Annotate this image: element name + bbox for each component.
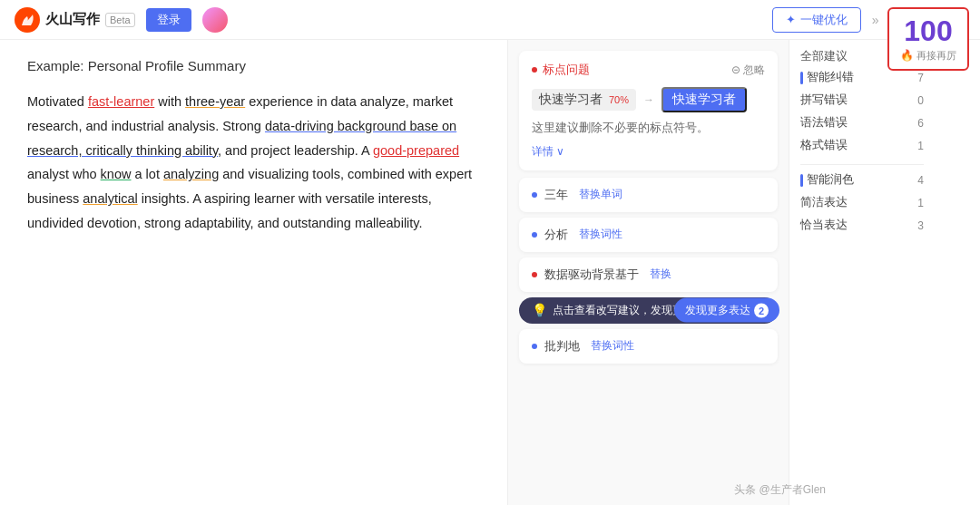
editor-area: Example: Personal Profile Summary Motiva… bbox=[0, 40, 508, 505]
right-item-simple[interactable]: 简洁表达 1 bbox=[800, 191, 924, 214]
proper-express-label: 恰当表达 bbox=[800, 218, 848, 233]
card-label-2: 三年 bbox=[544, 187, 568, 203]
ignore-label-1: 忽略 bbox=[743, 63, 765, 78]
format-error-count: 1 bbox=[917, 140, 924, 152]
optimize-label: 一键优化 bbox=[800, 12, 848, 28]
more-icon: » bbox=[872, 13, 879, 27]
grammar-error-count: 6 bbox=[917, 117, 924, 130]
suggestion-card-punctuation: 标点问题 ⊝ 忽略 快速学习者 70% → 快速学习者 这里建议删除不必要的标点… bbox=[519, 51, 778, 170]
card-action-4[interactable]: 替换 bbox=[650, 267, 671, 282]
card-action-5[interactable]: 替换词性 bbox=[591, 338, 634, 354]
word-fast-learner[interactable]: fast-learner bbox=[88, 94, 154, 109]
dot-red-2 bbox=[532, 272, 537, 277]
word-arrow-1: → bbox=[643, 93, 654, 106]
simple-express-count: 1 bbox=[917, 197, 924, 209]
card-header-1: 标点问题 ⊝ 忽略 bbox=[532, 62, 765, 78]
discover-more-button[interactable]: 发现更多表达 2 bbox=[674, 298, 779, 323]
proper-express-count: 3 bbox=[917, 219, 924, 232]
bulb-icon: 💡 bbox=[532, 303, 547, 317]
ignore-icon: ⊝ bbox=[731, 63, 740, 76]
discover-label: 发现更多表达 bbox=[685, 303, 750, 318]
logo-icon bbox=[15, 7, 40, 33]
smart-error-indicator bbox=[800, 72, 803, 84]
doc-title: Example: Personal Profile Summary bbox=[27, 58, 480, 73]
card-tag-1: 标点问题 bbox=[532, 62, 590, 78]
discover-badge: 2 bbox=[754, 303, 769, 317]
smart-color-count: 4 bbox=[917, 174, 924, 187]
dot-blue-2 bbox=[532, 232, 537, 238]
word-row-1: 快速学习者 70% → 快速学习者 bbox=[532, 87, 765, 112]
watermark: 头条 @生产者Glen bbox=[734, 482, 826, 498]
tooltip-bar: 💡 点击查看改写建议，发现更多表达 发现更多表达 2 bbox=[519, 297, 778, 324]
logo-area: 火山写作 Beta bbox=[15, 7, 135, 33]
main-area: Example: Personal Profile Summary Motiva… bbox=[0, 40, 980, 505]
word-score: 70% bbox=[609, 94, 629, 105]
smart-error-count: 7 bbox=[917, 72, 924, 84]
suggestion-card-three-year: 三年 替换单词 bbox=[519, 178, 778, 212]
smart-error-group-label: 智能纠错 bbox=[807, 70, 854, 85]
card-action-2[interactable]: 替换单词 bbox=[579, 187, 622, 202]
card-tag-label-1: 标点问题 bbox=[543, 62, 590, 78]
avatar[interactable] bbox=[202, 7, 228, 33]
right-item-grammar[interactable]: 语法错误 6 bbox=[800, 112, 924, 134]
card-label-4: 数据驱动背景基于 bbox=[544, 267, 639, 283]
middle-panel: 标点问题 ⊝ 忽略 快速学习者 70% → 快速学习者 这里建议删除不必要的标点… bbox=[508, 40, 789, 505]
grammar-error-label: 语法错误 bbox=[800, 115, 848, 131]
right-item-spell[interactable]: 拼写错误 0 bbox=[800, 89, 924, 112]
doc-body: Motivated fast-learner with three-year e… bbox=[27, 90, 480, 236]
score-sub: 🔥 再接再厉 bbox=[900, 49, 956, 63]
smart-color-group-label: 智能润色 bbox=[807, 172, 854, 188]
card-desc-1: 这里建议删除不必要的标点符号。 bbox=[532, 120, 765, 137]
suggestion-card-critically: 批判地 替换词性 bbox=[519, 329, 778, 364]
chevron-down-icon: ∨ bbox=[556, 145, 564, 158]
suggestion-card-analyze: 分析 替换词性 bbox=[519, 218, 778, 252]
login-button[interactable]: 登录 bbox=[146, 8, 191, 32]
dot-red bbox=[532, 67, 537, 73]
right-item-format[interactable]: 格式错误 1 bbox=[800, 134, 924, 157]
spell-error-label: 拼写错误 bbox=[800, 92, 848, 108]
card-label-5: 批判地 bbox=[544, 338, 580, 354]
dot-blue-1 bbox=[532, 192, 537, 198]
right-panel: 全部建议 11 智能纠错 7 拼写错误 0 语法错误 6 格式错误 1 智能润色… bbox=[789, 40, 935, 505]
suggestion-card-data-driving: 数据驱动背景基于 替换 bbox=[519, 257, 778, 292]
optimize-button[interactable]: ✦ 一键优化 bbox=[772, 7, 861, 33]
word-three-year[interactable]: three-year bbox=[185, 94, 245, 109]
smart-color-indicator bbox=[800, 174, 803, 187]
logo-text: 火山写作 bbox=[45, 11, 100, 28]
all-suggestions-label: 全部建议 bbox=[800, 49, 848, 64]
card-label-3: 分析 bbox=[544, 227, 568, 243]
data-card-wrapper: 数据驱动背景基于 替换 💡 点击查看改写建议，发现更多表达 发现更多表达 2 bbox=[519, 257, 778, 324]
card-detail-1[interactable]: 详情 ∨ bbox=[532, 144, 765, 160]
score-sub-text: 再接再厉 bbox=[916, 49, 956, 63]
optimize-icon: ✦ bbox=[786, 13, 796, 26]
score-box: 100 🔥 再接再厉 bbox=[887, 7, 969, 71]
ignore-button-1[interactable]: ⊝ 忽略 bbox=[731, 63, 765, 78]
format-error-label: 格式错误 bbox=[800, 138, 848, 153]
spell-error-count: 0 bbox=[917, 94, 924, 107]
simple-express-label: 简洁表达 bbox=[800, 195, 848, 210]
dot-blue-3 bbox=[532, 344, 537, 349]
word-good-prepared[interactable]: good-prepared bbox=[373, 143, 459, 158]
beta-badge: Beta bbox=[105, 13, 135, 27]
word-analyzing[interactable]: analyzing bbox=[163, 167, 219, 181]
right-item-proper[interactable]: 恰当表达 3 bbox=[800, 214, 924, 237]
word-suggestion-button-1[interactable]: 快速学习者 bbox=[662, 87, 747, 112]
word-analytical[interactable]: analytical bbox=[83, 191, 137, 206]
card-action-3[interactable]: 替换词性 bbox=[579, 227, 622, 242]
word-know[interactable]: know bbox=[101, 167, 132, 181]
right-divider bbox=[800, 164, 924, 165]
word-original-1: 快速学习者 70% bbox=[532, 89, 636, 111]
flame-icon: 🔥 bbox=[900, 49, 914, 62]
topnav: 火山写作 Beta 登录 ✦ 一键优化 » 全部建议 11 bbox=[0, 0, 980, 40]
score-number: 100 bbox=[904, 16, 952, 45]
